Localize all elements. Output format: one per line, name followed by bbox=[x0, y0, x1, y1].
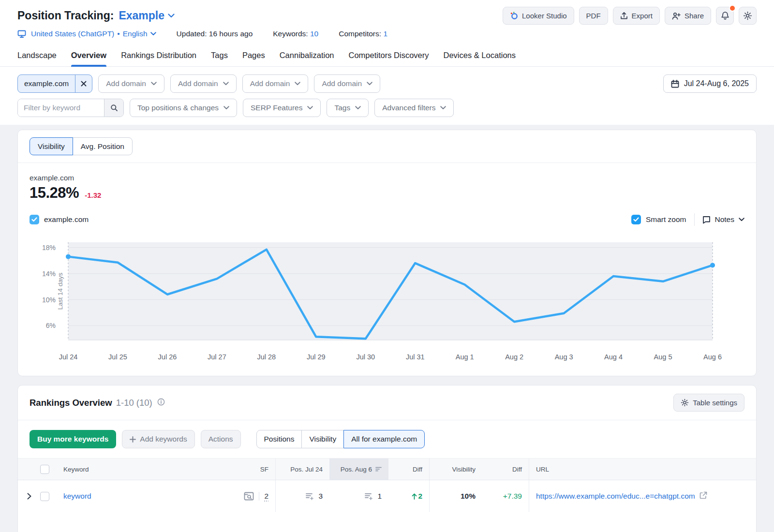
position-diff: 2 bbox=[412, 492, 422, 501]
add-keywords-button[interactable]: Add keywords bbox=[122, 430, 194, 448]
table-settings-label: Table settings bbox=[693, 399, 737, 407]
add-domain-dropdown-3[interactable]: Add domain bbox=[242, 74, 309, 93]
pos-aug6-value: 1 bbox=[377, 492, 382, 501]
view-all-button[interactable]: All for example.com bbox=[343, 430, 425, 448]
col-visibility[interactable]: Visibility bbox=[429, 458, 482, 480]
gear-icon bbox=[681, 399, 689, 407]
legend-label: example.com bbox=[44, 215, 89, 224]
tags-dropdown[interactable]: Tags bbox=[327, 99, 369, 117]
col-pos-aug6[interactable]: Pos. Aug 6 bbox=[329, 458, 388, 480]
rankings-title: Rankings Overview bbox=[30, 398, 112, 408]
competitors-value-link[interactable]: 1 bbox=[383, 30, 387, 38]
avg-position-toggle-button[interactable]: Avg. Position bbox=[73, 137, 133, 155]
actions-button[interactable]: Actions bbox=[201, 430, 241, 448]
domain-chip-label[interactable]: example.com bbox=[18, 75, 75, 92]
tab-landscape[interactable]: Landscape bbox=[17, 48, 57, 66]
diff-cell: 2 bbox=[388, 480, 429, 512]
col-sf[interactable]: SF bbox=[227, 458, 275, 480]
tab-overview[interactable]: Overview bbox=[71, 48, 106, 66]
visibility-toggle-button[interactable]: Visibility bbox=[30, 137, 73, 155]
col-url[interactable]: URL bbox=[529, 458, 756, 480]
looker-studio-button[interactable]: Looker Studio bbox=[503, 7, 574, 25]
share-button[interactable]: Share bbox=[665, 7, 711, 25]
sf-count[interactable]: 2 bbox=[259, 492, 268, 501]
table-settings-button[interactable]: Table settings bbox=[673, 394, 744, 412]
notes-dropdown[interactable]: Notes bbox=[702, 215, 745, 224]
svg-text:Jul 28: Jul 28 bbox=[257, 353, 276, 361]
visibility-chart[interactable]: 18%14%10%6%Last 14 daysJul 24Jul 25Jul 2… bbox=[18, 226, 756, 376]
table-header: Keyword SF Pos. Jul 24 Pos. Aug 6 Diff V… bbox=[18, 458, 756, 480]
tab-pages[interactable]: Pages bbox=[242, 48, 265, 66]
col-visibility-diff[interactable]: Diff bbox=[482, 458, 529, 480]
row-select-cell bbox=[40, 480, 57, 512]
actions-label: Actions bbox=[208, 435, 233, 443]
chevron-down-icon bbox=[168, 14, 175, 18]
visibility-value: 15.28% bbox=[30, 184, 79, 202]
visibility-diff: -1.32 bbox=[85, 191, 101, 199]
keyword-link[interactable]: keyword bbox=[63, 492, 91, 501]
pdf-button[interactable]: PDF bbox=[579, 7, 608, 25]
updated-text: Updated: 16 hours ago bbox=[177, 30, 253, 38]
view-visibility-button[interactable]: Visibility bbox=[301, 430, 344, 448]
add-domain-label: Add domain bbox=[250, 79, 290, 88]
domain-chip: example.com bbox=[17, 74, 92, 93]
tab-devices-locations[interactable]: Devices & Locations bbox=[444, 48, 516, 66]
col-pos-jul24[interactable]: Pos. Jul 24 bbox=[275, 458, 329, 480]
add-domain-dropdown-4[interactable]: Add domain bbox=[314, 74, 380, 93]
view-positions-button[interactable]: Positions bbox=[256, 430, 302, 448]
gear-icon bbox=[743, 11, 752, 20]
row-checkbox[interactable] bbox=[40, 492, 49, 501]
url-link[interactable]: https://www.example.com/educ...e=chatgpt… bbox=[536, 492, 695, 501]
row-expander[interactable] bbox=[18, 480, 40, 512]
settings-button[interactable] bbox=[739, 7, 757, 25]
location-link[interactable]: United States (ChatGPT) bbox=[31, 30, 114, 38]
keyword-filter-input[interactable] bbox=[18, 99, 104, 117]
notification-badge bbox=[729, 5, 736, 12]
legend-checkbox[interactable] bbox=[30, 215, 39, 224]
tab-tags[interactable]: Tags bbox=[211, 48, 228, 66]
remove-domain-button[interactable] bbox=[75, 75, 92, 92]
sf-cell: 2 bbox=[227, 480, 275, 512]
smart-zoom-label: Smart zoom bbox=[646, 215, 686, 224]
tab-competitors-discovery[interactable]: Competitors Discovery bbox=[349, 48, 429, 66]
serp-features-dropdown[interactable]: SERP Features bbox=[243, 99, 321, 117]
export-button[interactable]: Export bbox=[613, 7, 660, 25]
rankings-overview-card: Rankings Overview 1-10 (10) Table settin… bbox=[17, 385, 757, 532]
info-icon[interactable] bbox=[157, 398, 165, 408]
export-icon bbox=[620, 12, 628, 20]
top-positions-dropdown[interactable]: Top positions & changes bbox=[130, 99, 237, 117]
col-keyword[interactable]: Keyword bbox=[57, 458, 227, 480]
svg-text:Jul 29: Jul 29 bbox=[307, 353, 326, 361]
col-diff[interactable]: Diff bbox=[388, 458, 429, 480]
svg-text:Aug 2: Aug 2 bbox=[505, 353, 523, 361]
advanced-filters-dropdown[interactable]: Advanced filters bbox=[374, 99, 454, 117]
serp-preview-icon[interactable] bbox=[244, 492, 259, 501]
external-link-icon[interactable] bbox=[700, 491, 707, 501]
keywords-value-link[interactable]: 10 bbox=[310, 30, 318, 38]
smart-zoom-checkbox[interactable] bbox=[631, 215, 641, 224]
rankings-range: 1-10 (10) bbox=[116, 398, 152, 408]
keyword-search-button[interactable] bbox=[104, 99, 123, 117]
svg-text:14%: 14% bbox=[42, 270, 56, 278]
language-link[interactable]: English bbox=[123, 30, 148, 38]
svg-text:Jul 27: Jul 27 bbox=[208, 353, 226, 361]
serp-features-list-icon bbox=[365, 493, 373, 500]
svg-text:Aug 4: Aug 4 bbox=[604, 353, 623, 361]
select-all-checkbox[interactable] bbox=[40, 465, 49, 474]
looker-studio-icon bbox=[510, 12, 518, 20]
tab-rankings-distribution[interactable]: Rankings Distribution bbox=[121, 48, 196, 66]
tab-cannibalization[interactable]: Cannibalization bbox=[280, 48, 334, 66]
chevron-down-icon bbox=[223, 82, 229, 86]
buy-more-keywords-button[interactable]: Buy more keywords bbox=[30, 430, 116, 448]
visibility-diff-cell: +7.39 bbox=[482, 480, 529, 512]
add-domain-dropdown-1[interactable]: Add domain bbox=[98, 74, 164, 93]
chevron-right-icon bbox=[27, 493, 31, 500]
project-selector[interactable]: Example bbox=[119, 9, 175, 22]
date-range-picker[interactable]: Jul 24-Aug 6, 2025 bbox=[663, 74, 757, 93]
add-domain-dropdown-2[interactable]: Add domain bbox=[170, 74, 237, 93]
chevron-down-icon bbox=[151, 82, 157, 86]
notifications-button[interactable] bbox=[716, 7, 734, 25]
tags-label: Tags bbox=[334, 103, 350, 112]
svg-text:Jul 31: Jul 31 bbox=[406, 353, 425, 361]
looker-studio-label: Looker Studio bbox=[522, 12, 567, 20]
